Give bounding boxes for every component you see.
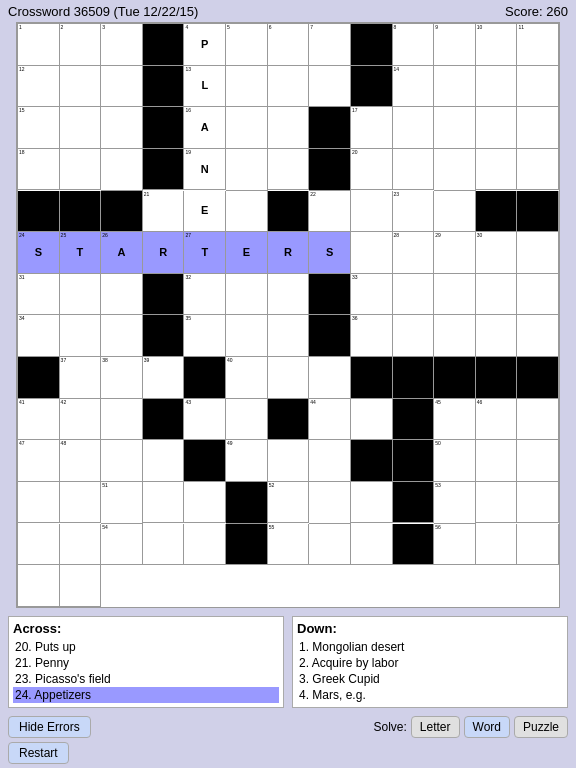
grid-cell[interactable]	[434, 149, 476, 191]
grid-cell[interactable]	[268, 399, 310, 441]
grid-cell[interactable]: 8	[393, 24, 435, 66]
grid-cell[interactable]	[226, 66, 268, 108]
grid-cell[interactable]	[101, 107, 143, 149]
grid-cell[interactable]: 54	[101, 524, 143, 566]
grid-cell[interactable]	[226, 274, 268, 316]
grid-cell[interactable]	[268, 315, 310, 357]
grid-cell[interactable]	[226, 191, 268, 233]
grid-cell[interactable]	[60, 66, 102, 108]
grid-cell[interactable]	[268, 191, 310, 233]
grid-cell[interactable]: 10	[476, 24, 518, 66]
grid-cell[interactable]	[309, 315, 351, 357]
grid-cell[interactable]: 5	[226, 24, 268, 66]
grid-cell[interactable]	[184, 440, 226, 482]
grid-cell[interactable]	[517, 524, 559, 566]
grid-cell[interactable]	[309, 357, 351, 399]
grid-cell[interactable]	[143, 440, 185, 482]
grid-cell[interactable]	[268, 357, 310, 399]
grid-cell[interactable]	[101, 66, 143, 108]
grid-cell[interactable]	[184, 524, 226, 566]
grid-cell[interactable]	[309, 107, 351, 149]
grid-cell[interactable]	[60, 107, 102, 149]
grid-cell[interactable]: E	[226, 232, 268, 274]
grid-cell[interactable]	[351, 232, 393, 274]
grid-cell[interactable]	[517, 482, 559, 524]
grid-cell[interactable]	[309, 482, 351, 524]
grid-cell[interactable]: 31	[18, 274, 60, 316]
grid-cell[interactable]	[476, 315, 518, 357]
clue-down-4[interactable]: 4. Mars, e.g.	[297, 687, 563, 703]
grid-cell[interactable]	[393, 399, 435, 441]
grid-cell[interactable]	[143, 315, 185, 357]
grid-cell[interactable]: 14	[393, 66, 435, 108]
grid-cell[interactable]: 53	[434, 482, 476, 524]
grid-cell[interactable]: 44	[309, 399, 351, 441]
grid-cell[interactable]: 13L	[184, 66, 226, 108]
grid-cell[interactable]: 18	[18, 149, 60, 191]
grid-cell[interactable]: E	[184, 191, 226, 233]
grid-cell[interactable]: 43	[184, 399, 226, 441]
grid-cell[interactable]	[517, 149, 559, 191]
grid-cell[interactable]	[309, 440, 351, 482]
grid-cell[interactable]: 46	[476, 399, 518, 441]
grid-cell[interactable]	[476, 357, 518, 399]
grid-cell[interactable]	[268, 274, 310, 316]
grid-cell[interactable]: 56	[434, 524, 476, 566]
grid-cell[interactable]: 50	[434, 440, 476, 482]
grid-cell[interactable]	[476, 191, 518, 233]
grid-cell[interactable]	[60, 274, 102, 316]
grid-cell[interactable]	[434, 357, 476, 399]
grid-cell[interactable]	[517, 191, 559, 233]
grid-cell[interactable]	[143, 399, 185, 441]
grid-cell[interactable]	[60, 524, 102, 566]
grid-cell[interactable]	[393, 149, 435, 191]
grid-cell[interactable]	[309, 149, 351, 191]
grid-cell[interactable]	[351, 24, 393, 66]
grid-cell[interactable]	[476, 524, 518, 566]
grid-cell[interactable]	[517, 399, 559, 441]
grid-cell[interactable]	[434, 66, 476, 108]
grid-cell[interactable]	[143, 24, 185, 66]
grid-cell[interactable]: 52	[268, 482, 310, 524]
grid-cell[interactable]: 55	[268, 524, 310, 566]
grid-cell[interactable]: R	[268, 232, 310, 274]
clue-across-21[interactable]: 21. Penny	[13, 655, 279, 671]
grid-cell[interactable]	[393, 440, 435, 482]
clue-down-2[interactable]: 2. Acquire by labor	[297, 655, 563, 671]
grid-cell[interactable]: 35	[184, 315, 226, 357]
grid-cell[interactable]: 24S	[18, 232, 60, 274]
grid-cell[interactable]	[434, 107, 476, 149]
grid-cell[interactable]	[101, 274, 143, 316]
grid-cell[interactable]	[101, 315, 143, 357]
grid-cell[interactable]	[143, 66, 185, 108]
grid-cell[interactable]	[101, 399, 143, 441]
grid-cell[interactable]	[101, 149, 143, 191]
grid-cell[interactable]: 19N	[184, 149, 226, 191]
grid-cell[interactable]	[351, 357, 393, 399]
grid-cell[interactable]	[268, 440, 310, 482]
grid-cell[interactable]: 29	[434, 232, 476, 274]
grid-cell[interactable]: 39	[143, 357, 185, 399]
grid-cell[interactable]: 2	[60, 24, 102, 66]
clue-across-24[interactable]: 24. Appetizers	[13, 687, 279, 703]
grid-cell[interactable]	[60, 149, 102, 191]
grid-cell[interactable]	[18, 357, 60, 399]
grid-cell[interactable]	[517, 274, 559, 316]
grid-cell[interactable]: 26A	[101, 232, 143, 274]
grid-cell[interactable]	[268, 66, 310, 108]
grid-cell[interactable]: 32	[184, 274, 226, 316]
grid-cell[interactable]: 30	[476, 232, 518, 274]
grid-cell[interactable]	[351, 482, 393, 524]
grid-cell[interactable]	[393, 357, 435, 399]
grid-cell[interactable]: 16A	[184, 107, 226, 149]
grid-cell[interactable]	[184, 482, 226, 524]
grid-cell[interactable]	[143, 524, 185, 566]
grid-cell[interactable]	[309, 524, 351, 566]
grid-cell[interactable]	[143, 107, 185, 149]
grid-cell[interactable]	[351, 399, 393, 441]
grid-cell[interactable]	[101, 440, 143, 482]
grid-cell[interactable]	[393, 315, 435, 357]
grid-cell[interactable]	[517, 315, 559, 357]
grid-cell[interactable]	[60, 315, 102, 357]
grid-cell[interactable]	[476, 482, 518, 524]
